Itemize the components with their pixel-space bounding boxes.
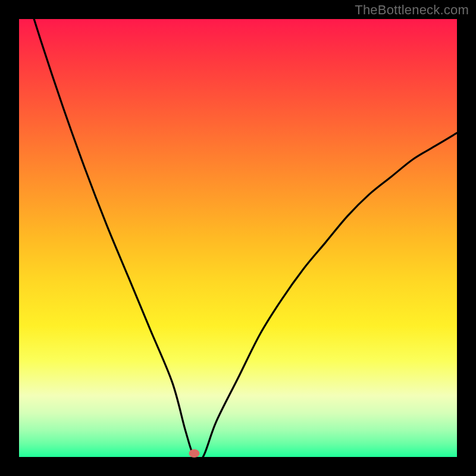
bottleneck-curve (19, 0, 457, 461)
chart-overlay (19, 19, 457, 457)
chart-frame: TheBottleneck.com (0, 0, 476, 476)
watermark-text: TheBottleneck.com (355, 2, 469, 18)
bottleneck-marker (189, 449, 199, 458)
